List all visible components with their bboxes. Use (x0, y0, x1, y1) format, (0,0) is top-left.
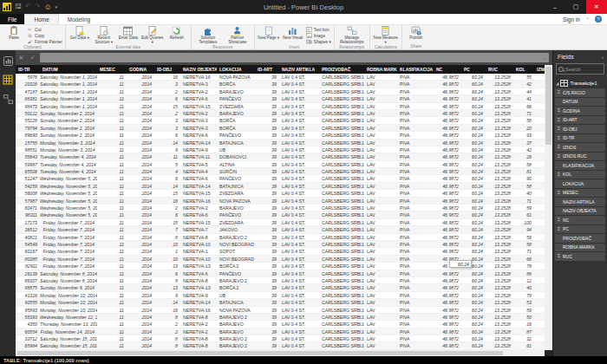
cell-datum[interactable]: Monday, November 10, 2014 (40, 299, 97, 306)
cell-mesec[interactable]: 11 (97, 284, 127, 291)
cell-datum[interactable]: Saturday, November 1, 2014 (40, 88, 97, 95)
cell-godina[interactable]: 2014 (127, 241, 154, 248)
cell-id_tr[interactable]: 59987 (16, 161, 40, 168)
cell-lokacija[interactable]: BARAJEVO (217, 205, 255, 211)
cell-proizvodjac[interactable]: CARLSBERG SRBIJA (319, 183, 364, 190)
cell-id_tr[interactable]: 55228 (16, 117, 40, 124)
table-row[interactable]: 40821Friday, November 7, 20141120148NERE… (16, 234, 545, 241)
cell-pc[interactable]: 60.24 (461, 146, 486, 153)
table-row[interactable]: 54259Wednesday, November 5, 201411201414… (16, 183, 545, 190)
cell-ruc[interactable]: 13.2528 (486, 211, 513, 218)
cell-datum[interactable]: Friday, November 7, 2014 (40, 219, 97, 226)
cell-robna_marka[interactable]: LAV (364, 292, 397, 299)
recent-sources-button[interactable]: Recent Sources ▾ (93, 26, 115, 44)
maximize-button[interactable]: ▢ (565, 0, 586, 14)
cell-mesec[interactable]: 11 (97, 140, 127, 146)
cell-iznos[interactable] (534, 205, 545, 211)
cell-proizvodjac[interactable]: CARLSBERG SRBIJA (319, 241, 364, 248)
cell-kol[interactable]: 20 (513, 125, 534, 132)
cell-naziv_objekta[interactable]: NERETVA-6 (180, 95, 217, 102)
cell-kol[interactable]: 55 (513, 74, 534, 81)
cell-pc[interactable]: 60.24 (461, 328, 486, 335)
cell-iznos[interactable] (534, 234, 545, 241)
cell-mesec[interactable]: 11 (97, 153, 127, 160)
cell-klasifikacija[interactable]: PIVA (397, 307, 434, 314)
cell-id_tr[interactable]: 54549 (16, 241, 40, 248)
cell-pc[interactable]: 60.24 (461, 110, 486, 117)
cell-naziv_objekta[interactable]: NERETVA-7 (180, 226, 217, 233)
cell-ruc[interactable]: 13.2528 (486, 314, 513, 321)
column-header-datum[interactable]: DATUM (40, 65, 97, 74)
cell-iznos[interactable] (534, 211, 545, 218)
cell-iznos[interactable] (534, 335, 545, 342)
cell-id_obj[interactable]: 14 (154, 299, 180, 306)
cell-robna_marka[interactable]: LAV (364, 183, 397, 190)
cell-robna_marka[interactable]: LAV (364, 284, 397, 291)
cell-klasifikacija[interactable]: PIVA (397, 270, 434, 277)
cell-ruc[interactable]: 13.2528 (486, 146, 513, 153)
cell-proizvodjac[interactable]: CARLSBERG SRBIJA (319, 198, 364, 205)
help-icon[interactable]: ? (595, 16, 602, 23)
cell-kol[interactable]: 59 (513, 234, 534, 241)
cell-ruc[interactable]: 13.2528 (486, 175, 513, 182)
cut-button[interactable]: ✂Cut (27, 27, 62, 32)
cell-datum[interactable]: Wednesday, November 5, 2014 (40, 211, 97, 218)
cell-kol[interactable]: 94 (513, 226, 534, 233)
cell-ruc[interactable]: 13.2528 (486, 270, 513, 277)
cell-pc[interactable]: 60.24 (461, 183, 486, 190)
cell-mesec[interactable]: 11 (97, 256, 127, 263)
column-header-mesec[interactable]: MESEC (97, 65, 127, 74)
cell-godina[interactable]: 2014 (127, 95, 154, 102)
cell-ruc[interactable]: 13.2528 (486, 110, 513, 117)
cell-id_obj[interactable]: 6 (154, 270, 180, 277)
cell-naziv_objekta[interactable]: NERETVA-16 (180, 74, 217, 81)
cell-id_obj[interactable]: 2 (154, 321, 180, 328)
cell-lokacija[interactable]: ZVEZDARA (217, 103, 255, 110)
table-row[interactable]: 98551Monday, November 3, 20141120149NERE… (16, 146, 545, 153)
cell-pc[interactable]: 60.24 (461, 234, 486, 241)
cell-naziv_artikla[interactable]: LAV 0.4 ST. (279, 335, 319, 342)
cell-naziv_artikla[interactable]: LAV 0.4 ST. (279, 211, 319, 218)
table-row[interactable]: 41316Monday, November 10, 20141120149NER… (16, 292, 545, 299)
table-row[interactable]: 51247Wednesday, November 5, 20141120146N… (16, 175, 545, 182)
cell-datum[interactable]: Wednesday, November 5, 2014 (40, 175, 97, 182)
cell-id_tr[interactable]: 54259 (16, 183, 40, 190)
cell-lokacija[interactable]: BARAJEVO (217, 328, 255, 335)
cell-ruc[interactable]: 13.2528 (486, 161, 513, 168)
cell-id_art[interactable]: 39 (255, 132, 279, 139)
cell-id_art[interactable]: 39 (255, 183, 279, 190)
cell-kol[interactable]: 100 (513, 219, 534, 226)
cell-mesec[interactable]: 11 (97, 314, 127, 321)
cell-godina[interactable]: 2014 (127, 146, 154, 153)
cell-mesec[interactable]: 11 (97, 161, 127, 168)
cell-id_tr[interactable]: 56008 (16, 190, 40, 197)
cell-godina[interactable]: 2014 (127, 81, 154, 88)
cell-proizvodjac[interactable]: CARLSBERG SRBIJA (319, 248, 364, 255)
cell-robna_marka[interactable]: LAV (364, 88, 397, 95)
table-row[interactable]: 98311Wednesday, November 5, 20141120146N… (16, 211, 545, 218)
cell-naziv_artikla[interactable]: LAV 0.4 ST. (279, 241, 319, 248)
cell-id_art[interactable]: 39 (255, 256, 279, 263)
cell-godina[interactable]: 2014 (127, 205, 154, 211)
cell-robna_marka[interactable]: LAV (364, 226, 397, 233)
cell-lokacija[interactable]: BATAJNICA (217, 299, 255, 306)
cell-kol[interactable]: 58 (513, 117, 534, 124)
column-header-nc[interactable]: NC (434, 65, 461, 74)
cell-pc[interactable]: 60.24 (461, 270, 486, 277)
cell-iznos[interactable] (534, 292, 545, 299)
cell-id_art[interactable]: 39 (255, 284, 279, 291)
edit-queries-button[interactable]: Edit Queries ▾ (141, 26, 164, 44)
cell-klasifikacija[interactable]: PIVA (397, 190, 434, 197)
cell-ruc[interactable]: 13.2528 (486, 277, 513, 284)
column-header-id_obj[interactable]: ID-OBJ (154, 65, 180, 74)
cell-datum[interactable]: Saturday, November 1, 2014 (40, 95, 97, 102)
cell-nc[interactable]: 46.9872 (434, 110, 461, 117)
cell-naziv_artikla[interactable]: LAV 0.4 ST. (279, 205, 319, 211)
cell-id_art[interactable]: 39 (255, 211, 279, 218)
cell-pc[interactable]: 60.24 (461, 95, 486, 102)
column-header-proizvodjac[interactable]: PROIZVOĐAČ (319, 65, 364, 74)
cell-datum[interactable]: Sunday, November 9, 2014 (40, 284, 97, 291)
cell-id_tr[interactable]: 60554 (16, 328, 40, 335)
cell-ruc[interactable]: 13.2528 (486, 74, 513, 81)
cell-datum[interactable]: Saturday, November 15, 2014 (40, 342, 97, 349)
